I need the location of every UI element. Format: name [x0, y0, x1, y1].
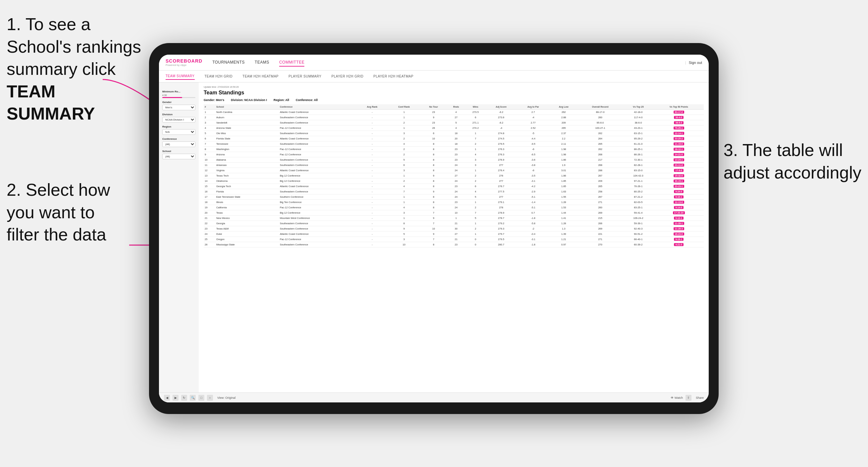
division-filter-label: Division: [162, 113, 195, 116]
tab-player-h2h-grid[interactable]: PLAYER H2H GRID: [332, 73, 364, 80]
table-row: 9ArizonaPac-12 Conference-28234276.3-6.5…: [204, 152, 704, 157]
col-vs-top50: Vs Top 50 Points: [654, 104, 704, 110]
col-rank: #: [204, 104, 215, 110]
nav-items: TOURNAMENTS TEAMS COMMITTEE: [212, 59, 685, 67]
score-badge: 30-15-1: [674, 180, 684, 183]
conference-filter-label: Conference: [162, 137, 195, 141]
col-avg-low: Avg Low: [550, 104, 578, 110]
table-row: 4Arizona StatePac-12 Conference-1264274.…: [204, 126, 704, 131]
score-badge: 9-24-0: [674, 190, 683, 193]
conference-select[interactable]: (All): [162, 142, 195, 147]
min-rank-range: 4 30: [162, 94, 195, 96]
standings-filter-row: Gender: Men's Division: NCAA Division I …: [204, 98, 704, 102]
watch-label[interactable]: 👁 Watch: [671, 396, 683, 399]
score-badge: 9-12-1: [674, 217, 683, 220]
logo-text: SCOREBOARD: [165, 58, 203, 64]
score-badge: 18-23-0: [674, 232, 684, 236]
table-row: 18IllinoisBig Ten Conference-18231279.1-…: [204, 200, 704, 205]
score-badge: 12-13-0: [674, 201, 684, 204]
tab-team-h2h-grid[interactable]: TEAM H2H GRID: [205, 73, 233, 80]
toolbar-reload-btn[interactable]: ↻: [181, 395, 187, 401]
sign-out-link[interactable]: Sign out: [689, 61, 702, 65]
table-row: 15Georgia TechAtlantic Coast Conference-…: [204, 184, 704, 189]
region-filter-label: Region: [162, 125, 195, 128]
school-select[interactable]: (All): [162, 154, 195, 159]
table-row: 6Florida StateAtlantic Coast Conference-…: [204, 136, 704, 142]
table-row: 24DukeAtlantic Coast Conference-59271279…: [204, 231, 704, 237]
nav-item-teams[interactable]: TEAMS: [255, 59, 269, 67]
table-row: 2AuburnSoutheastern Conference-19276273.…: [204, 115, 704, 120]
table-row: 8WashingtonPac-12 Conference-28231276.3-…: [204, 147, 704, 152]
nav-item-tournaments[interactable]: TOURNAMENTS: [212, 59, 245, 67]
tab-player-summary[interactable]: PLAYER SUMMARY: [288, 73, 321, 80]
table-row: 16FloridaSoutheastern Conference-7924427…: [204, 189, 704, 194]
toolbar-zoom-btn[interactable]: 🔍: [190, 395, 196, 401]
school-filter-label: School: [162, 150, 195, 153]
col-vs-top25: Vs Top 25: [623, 104, 654, 110]
gender-select[interactable]: Men's Women's: [162, 105, 195, 110]
division-select[interactable]: NCAA Division I NCAA Division II NCAA Di…: [162, 117, 195, 123]
col-avg-rank: Avg Rank: [357, 104, 388, 110]
table-row: 17East Tennessee StateSouthern Conferenc…: [204, 194, 704, 200]
score-badge: 12-14-1: [674, 132, 684, 135]
table-row: 13Texas TechBig 12 Conference-19272276-3…: [204, 173, 704, 179]
instruction-2: 2. Select how you want to filter the dat…: [7, 179, 110, 246]
view-original-label[interactable]: View: Original: [217, 396, 236, 399]
tab-player-h2h-heatmap[interactable]: PLAYER H2H HEATMAP: [374, 73, 414, 80]
score-badge: 11-28-1: [674, 222, 684, 225]
content-area: Minimum Ro... 4 30 Gender Men's Women's …: [159, 83, 709, 393]
score-badge: 9-10-1: [674, 195, 683, 198]
share-label[interactable]: Share: [696, 396, 704, 399]
score-badge: 30-4-0: [674, 116, 683, 119]
score-badge: 63-17-0: [674, 111, 684, 114]
col-wins: Wins: [466, 104, 486, 110]
sub-nav: TEAM SUMMARY TEAM H2H GRID TEAM H2H HEAT…: [159, 70, 709, 83]
toolbar-time-btn[interactable]: ○: [207, 395, 213, 401]
tab-team-summary[interactable]: TEAM SUMMARY: [165, 73, 195, 80]
logo-sub: Powered by clippi: [165, 64, 203, 67]
min-rank-slider[interactable]: [162, 97, 195, 98]
standings-table: # School Conference Avg Rank Conf Rank N…: [204, 104, 704, 247]
toolbar-copy-btn[interactable]: □: [198, 395, 204, 401]
tab-team-h2h-heatmap[interactable]: TEAM H2H HEATMAP: [242, 73, 279, 80]
col-no-tour: No Tour: [421, 104, 447, 110]
filter-panel: Minimum Ro... 4 30 Gender Men's Women's …: [159, 83, 199, 393]
score-badge: 9-19-1: [674, 238, 683, 241]
toolbar-forward-btn[interactable]: ▶: [173, 395, 179, 401]
table-row: 14OklahomaBig 12 Conference-28242277-3.1…: [204, 179, 704, 184]
score-badge: 9-14-0: [674, 206, 683, 209]
table-row: 1North CarolinaAtlantic Coast Conference…: [204, 110, 704, 115]
score-badge: 13-24-1: [674, 158, 684, 161]
col-adj-score: Adj Score: [486, 104, 517, 110]
score-badge: 4-21-0: [674, 243, 683, 246]
col-school: School: [215, 104, 279, 110]
table-row: 5Ole MissSoutheastern Conference-3618127…: [204, 131, 704, 136]
table-row: 21New MexicoMountain West Conference-191…: [204, 216, 704, 221]
update-time: Update time: 27/03/2024 16:56:26: [204, 86, 704, 88]
table-row: 19CaliforniaPac-12 Conference-48242278-5…: [204, 205, 704, 210]
tablet-frame: SCOREBOARD Powered by clippi TOURNAMENTS…: [149, 43, 719, 414]
nav-bar: SCOREBOARD Powered by clippi TOURNAMENTS…: [159, 55, 709, 70]
score-badge: 79-25-1: [674, 126, 684, 129]
table-row: 23Texas A&MSoutheastern Conference-91030…: [204, 226, 704, 231]
toolbar: ◀ ▶ ↻ 🔍 □ ○ View: Original 👁 Watch ⇧ Sha…: [159, 393, 709, 402]
min-rank-label: Minimum Ro...: [162, 90, 195, 93]
nav-item-committee[interactable]: COMMITTEE: [279, 59, 305, 67]
col-rnds: Rnds: [447, 104, 466, 110]
tablet-screen: SCOREBOARD Powered by clippi TOURNAMENTS…: [159, 55, 709, 402]
standings-title: Team Standings: [204, 90, 704, 96]
instruction-3: 3. The table will adjust accordingly: [723, 139, 861, 184]
score-badge: 17-33-34: [673, 211, 685, 214]
toolbar-share-icon[interactable]: ⇧: [685, 395, 691, 401]
col-overall-record: Overall Record: [578, 104, 623, 110]
table-row: 20TexasBig 12 Conference-37107278.90.71.…: [204, 210, 704, 216]
score-badge: 23-23-1: [674, 185, 684, 188]
table-row: 25OregonPac-12 Conference-37210279.5-3.1…: [204, 237, 704, 242]
table-row: 3VanderbiltSoutheastern Conference-22352…: [204, 120, 704, 126]
score-badge: 11-19-0: [674, 143, 684, 146]
region-select[interactable]: N/A All: [162, 129, 195, 135]
score-badge: 14-21-0: [674, 153, 684, 156]
score-badge: 11-28-3: [674, 227, 684, 230]
toolbar-back-btn[interactable]: ◀: [164, 395, 170, 401]
col-avg-to-par: Avg to Par: [517, 104, 550, 110]
